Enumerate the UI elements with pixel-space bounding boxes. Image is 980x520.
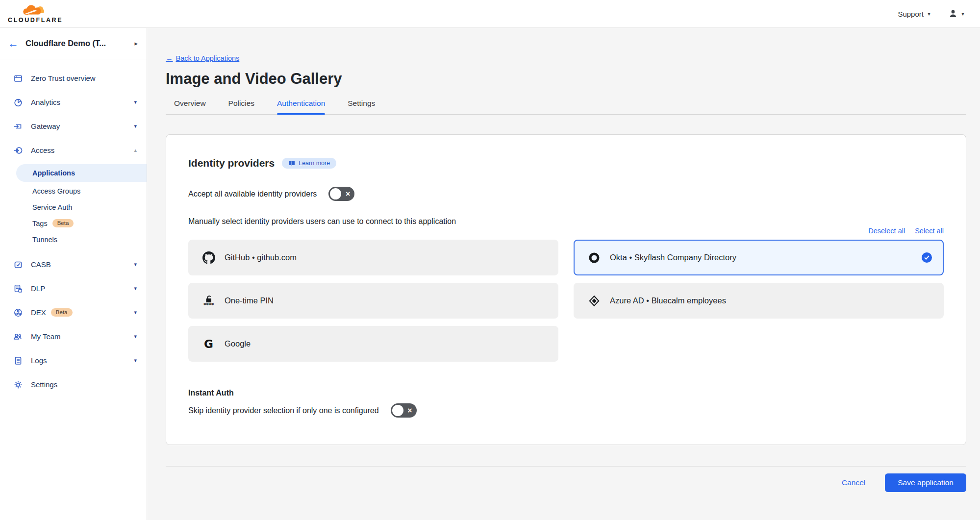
sidebar-item-access-groups[interactable]: Access Groups (0, 183, 147, 199)
cloudflare-cloud-icon (14, 4, 56, 18)
chevron-down-icon[interactable]: ▾ (134, 285, 137, 292)
user-icon (948, 9, 958, 19)
top-header: CLOUDFLARE Support ▾ ▾ (0, 0, 980, 28)
team-icon (13, 331, 23, 342)
provider-name: One-time PIN (225, 296, 274, 305)
sidebar-item-settings[interactable]: Settings (0, 372, 147, 396)
sidebar-item-dex[interactable]: DEX Beta ▾ (0, 300, 147, 324)
support-menu[interactable]: Support ▾ (898, 10, 930, 18)
save-application-button[interactable]: Save application (885, 473, 966, 492)
back-arrow-icon[interactable]: ← (8, 38, 19, 49)
deselect-all-link[interactable]: Deselect all (868, 227, 905, 235)
toggle-knob (392, 405, 403, 416)
dashboard-icon (13, 73, 23, 83)
toggle-off-icon: × (346, 190, 350, 198)
providers-grid: GitHub • github.com Okta • Skyflash Comp… (188, 240, 944, 362)
chevron-down-icon: ▾ (928, 10, 930, 17)
sidebar-item-gateway[interactable]: Gateway ▾ (0, 114, 147, 138)
sidebar-item-casb[interactable]: CASB ▾ (0, 252, 147, 276)
account-name: Cloudflare Demo (T... (25, 39, 106, 48)
chevron-down-icon[interactable]: ▾ (134, 123, 137, 129)
dlp-icon (13, 283, 23, 294)
manual-select-text: Manually select identity providers users… (188, 217, 944, 226)
chevron-down-icon: ▾ (961, 10, 964, 17)
sidebar-item-dlp[interactable]: DLP ▾ (0, 276, 147, 300)
one-time-pin-icon: **** (202, 294, 215, 307)
provider-name: Okta • Skyflash Company Directory (610, 253, 736, 262)
chevron-down-icon[interactable]: ▾ (134, 357, 137, 364)
sidebar-item-service-auth[interactable]: Service Auth (0, 199, 147, 215)
toggle-off-icon: × (407, 407, 412, 415)
select-all-link[interactable]: Select all (915, 227, 944, 235)
casb-icon (13, 259, 23, 270)
instant-auth-label: Skip identity provider selection if only… (188, 406, 379, 415)
page-title: Image and Video Gallery (166, 70, 966, 88)
access-submenu: Applications Access Groups Service Auth … (0, 162, 147, 252)
identity-providers-card: Identity providers Learn more Accept all… (166, 134, 966, 445)
learn-more-badge[interactable]: Learn more (282, 158, 336, 169)
app-tabs: Overview Policies Authentication Setting… (166, 99, 966, 115)
back-arrow-icon: ← (166, 54, 173, 62)
beta-badge: Beta (52, 219, 74, 228)
tab-overview[interactable]: Overview (174, 99, 206, 114)
provider-card-google[interactable]: G Google (188, 326, 558, 362)
sidebar-item-analytics[interactable]: Analytics ▾ (0, 90, 147, 114)
chevron-down-icon[interactable]: ▾ (134, 261, 137, 268)
selected-check-icon (922, 252, 932, 263)
svg-text:****: **** (203, 302, 214, 307)
provider-name: GitHub • github.com (225, 253, 297, 262)
beta-badge: Beta (51, 308, 73, 317)
main-content: ← Back to Applications Image and Video G… (147, 28, 980, 520)
sidebar-item-tags[interactable]: Tags Beta (0, 215, 147, 231)
okta-icon (587, 251, 601, 264)
gear-icon (13, 379, 23, 390)
tab-policies[interactable]: Policies (228, 99, 254, 114)
card-title: Identity providers (188, 157, 275, 169)
tab-authentication[interactable]: Authentication (277, 99, 325, 114)
sidebar: ← Cloudflare Demo (T... ▸ Zero Trust ove… (0, 28, 147, 520)
sidebar-item-zero-trust-overview[interactable]: Zero Trust overview (0, 66, 147, 90)
support-label: Support (898, 10, 924, 18)
cancel-button[interactable]: Cancel (842, 478, 865, 487)
provider-name: Azure AD • Bluecalm employees (610, 296, 726, 305)
chevron-right-icon[interactable]: ▸ (134, 40, 138, 47)
github-icon (202, 251, 215, 264)
sidebar-nav: Zero Trust overview Analytics ▾ Gateway … (0, 59, 147, 396)
azure-ad-icon (587, 294, 601, 307)
provider-card-one-time-pin[interactable]: **** One-time PIN (188, 283, 558, 319)
chevron-down-icon[interactable]: ▾ (134, 309, 137, 316)
logs-icon (13, 355, 23, 366)
cloudflare-wordmark: CLOUDFLARE (8, 17, 63, 24)
chevron-down-icon[interactable]: ▾ (134, 99, 137, 105)
accept-all-toggle[interactable]: × (328, 187, 354, 201)
book-icon (288, 160, 295, 166)
provider-name: Google (225, 339, 251, 348)
sidebar-item-tunnels[interactable]: Tunnels (0, 231, 147, 248)
provider-card-okta[interactable]: Okta • Skyflash Company Directory (574, 240, 944, 275)
provider-card-azure-ad[interactable]: Azure AD • Bluecalm employees (574, 283, 944, 319)
sidebar-item-logs[interactable]: Logs ▾ (0, 348, 147, 372)
toggle-knob (330, 188, 341, 199)
provider-card-github[interactable]: GitHub • github.com (188, 240, 558, 275)
instant-auth-title: Instant Auth (188, 389, 944, 397)
instant-auth-toggle[interactable]: × (391, 403, 417, 418)
chevron-down-icon[interactable]: ▾ (134, 333, 137, 340)
chevron-up-icon[interactable]: ▴ (134, 147, 137, 153)
dex-icon (13, 307, 23, 318)
account-switcher: ← Cloudflare Demo (T... ▸ (0, 28, 147, 59)
analytics-pie-icon (13, 97, 23, 107)
tab-settings[interactable]: Settings (348, 99, 375, 114)
accept-all-label: Accept all available identity providers (188, 190, 317, 198)
sidebar-item-my-team[interactable]: My Team ▾ (0, 324, 147, 348)
access-icon (13, 145, 23, 155)
back-to-applications-link[interactable]: ← Back to Applications (166, 54, 239, 62)
google-icon: G (202, 337, 215, 350)
gateway-icon (13, 121, 23, 131)
sidebar-item-access[interactable]: Access ▴ (0, 138, 147, 162)
user-menu[interactable]: ▾ (948, 9, 964, 19)
sidebar-item-applications[interactable]: Applications (16, 164, 147, 182)
cloudflare-logo[interactable]: CLOUDFLARE (8, 4, 63, 24)
footer-actions: Cancel Save application (166, 467, 966, 499)
